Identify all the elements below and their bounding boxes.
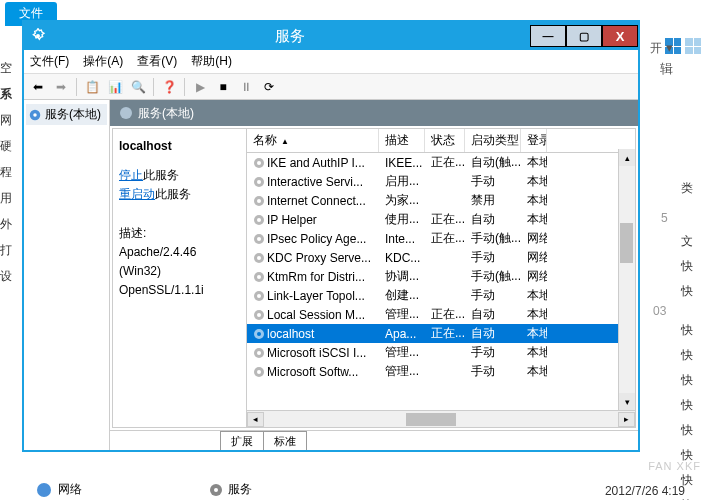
window-title: 服务 [50, 27, 530, 46]
service-row[interactable]: Microsoft Softw...管理...手动本地 [247, 362, 635, 381]
svg-point-9 [257, 199, 261, 203]
gear-icon [28, 108, 42, 122]
service-icon [253, 290, 265, 302]
tree-root-label: 服务(本地) [45, 106, 101, 123]
svg-point-28 [37, 483, 51, 497]
service-row[interactable]: Link-Layer Topol...创建...手动本地 [247, 286, 635, 305]
svg-point-17 [257, 275, 261, 279]
tab-extended[interactable]: 扩展 [220, 431, 264, 450]
service-row[interactable]: Microsoft iSCSI I...管理...手动本地 [247, 343, 635, 362]
bg-sidebar: 类 5 文快快 03 快快快快快快快快 [681, 180, 693, 500]
service-row[interactable]: Internet Connect...为家...禁用本地 [247, 191, 635, 210]
service-icon [253, 366, 265, 378]
menubar: 文件(F) 操作(A) 查看(V) 帮助(H) [24, 50, 638, 74]
service-icon [253, 233, 265, 245]
gear-icon [208, 482, 224, 498]
svg-point-13 [257, 237, 261, 241]
svg-point-3 [120, 107, 132, 119]
stop-button[interactable]: ■ [213, 77, 233, 97]
gear-icon [118, 105, 134, 121]
col-logon[interactable]: 登录 ∧ [521, 129, 547, 152]
service-row[interactable]: KtmRm for Distri...协调...手动(触...网络 [247, 267, 635, 286]
services-window: 服务 — ▢ X 文件(F) 操作(A) 查看(V) 帮助(H) ⬅ ➡ 📋 📊… [22, 20, 640, 452]
service-icon [253, 195, 265, 207]
bg-open: 开 ▾ [650, 40, 673, 57]
svg-point-5 [257, 161, 261, 165]
scroll-up-icon[interactable]: ▴ [619, 149, 635, 166]
view-tabs: 扩展 标准 [110, 430, 638, 450]
svg-point-30 [214, 488, 218, 492]
back-button[interactable]: ⬅ [28, 77, 48, 97]
toolbar: ⬅ ➡ 📋 📊 🔍 ❓ ▶ ■ ⏸ ⟳ [24, 74, 638, 100]
col-desc[interactable]: 描述 [379, 129, 425, 152]
service-icon [253, 176, 265, 188]
scroll-right-icon[interactable]: ▸ [618, 412, 635, 427]
vertical-scrollbar[interactable]: ▴ ▾ [618, 149, 635, 410]
menu-file[interactable]: 文件(F) [30, 53, 69, 70]
list-header: 名称▲ 描述 状态 启动类型 登录 ∧ [247, 129, 635, 153]
restart-button[interactable]: ⟳ [259, 77, 279, 97]
pause-button[interactable]: ⏸ [236, 77, 256, 97]
scroll-left-icon[interactable]: ◂ [247, 412, 264, 427]
export-button[interactable]: 📊 [105, 77, 125, 97]
svg-point-23 [257, 332, 261, 336]
svg-point-11 [257, 218, 261, 222]
taskbar-services[interactable]: 服务 [228, 481, 252, 498]
service-row[interactable]: IPsec Policy Age...Inte...正在...手动(触...网络 [247, 229, 635, 248]
taskbar-network[interactable]: 网络 [58, 481, 82, 498]
refresh-button[interactable]: 🔍 [128, 77, 148, 97]
service-icon [253, 347, 265, 359]
sort-asc-icon: ▲ [281, 137, 289, 146]
svg-point-25 [257, 351, 261, 355]
service-name: localhost [119, 137, 240, 156]
forward-button[interactable]: ➡ [51, 77, 71, 97]
col-status[interactable]: 状态 [425, 129, 465, 152]
service-icon [253, 157, 265, 169]
svg-point-2 [33, 113, 37, 117]
watermark: FAN XKF [648, 460, 701, 472]
service-row[interactable]: KDC Proxy Serve...KDC...手动网络 [247, 248, 635, 267]
service-icon [253, 309, 265, 321]
svg-point-27 [257, 370, 261, 374]
service-row[interactable]: IP Helper使用...正在...自动本地 [247, 210, 635, 229]
bg-edit: 辑 [660, 60, 673, 78]
taskbar: 网络 服务 [36, 481, 252, 498]
gear-icon [30, 28, 46, 44]
service-icon [253, 252, 265, 264]
menu-view[interactable]: 查看(V) [137, 53, 177, 70]
start-button[interactable]: ▶ [190, 77, 210, 97]
stop-link[interactable]: 停止 [119, 168, 143, 182]
service-row[interactable]: IKE and AuthIP I...IKEE...正在...自动(触...本地 [247, 153, 635, 172]
detail-pane: localhost 停止此服务 重启动此服务 描述: Apache/2.4.46… [113, 129, 247, 427]
maximize-button[interactable]: ▢ [566, 25, 602, 47]
service-row[interactable]: localhostApa...正在...自动本地 [247, 324, 635, 343]
services-list: 名称▲ 描述 状态 启动类型 登录 ∧ IKE and AuthIP I...I… [247, 129, 635, 427]
minimize-button[interactable]: — [530, 25, 566, 47]
menu-action[interactable]: 操作(A) [83, 53, 123, 70]
restart-link[interactable]: 重启动 [119, 187, 155, 201]
service-row[interactable]: Local Session M...管理...正在...自动本地 [247, 305, 635, 324]
svg-point-19 [257, 294, 261, 298]
scroll-thumb[interactable] [620, 223, 633, 263]
col-name[interactable]: 名称▲ [247, 129, 379, 152]
service-icon [253, 328, 265, 340]
desc-label: 描述: [119, 224, 240, 243]
tab-standard[interactable]: 标准 [263, 431, 307, 450]
close-button[interactable]: X [602, 25, 638, 47]
svg-point-15 [257, 256, 261, 260]
service-icon [253, 214, 265, 226]
col-startup[interactable]: 启动类型 [465, 129, 521, 152]
network-icon [36, 482, 52, 498]
svg-point-21 [257, 313, 261, 317]
menu-help[interactable]: 帮助(H) [191, 53, 232, 70]
horizontal-scrollbar[interactable]: ◂ ▸ [247, 410, 635, 427]
pane-header: 服务(本地) [110, 100, 638, 126]
scroll-thumb[interactable] [406, 413, 456, 426]
help-button[interactable]: ❓ [159, 77, 179, 97]
tree-root[interactable]: 服务(本地) [26, 104, 107, 125]
properties-button[interactable]: 📋 [82, 77, 102, 97]
titlebar[interactable]: 服务 — ▢ X [24, 22, 638, 50]
taskbar-clock: 2012/7/26 4:19 [605, 484, 685, 498]
scroll-down-icon[interactable]: ▾ [619, 393, 635, 410]
service-row[interactable]: Interactive Servi...启用...手动本地 [247, 172, 635, 191]
